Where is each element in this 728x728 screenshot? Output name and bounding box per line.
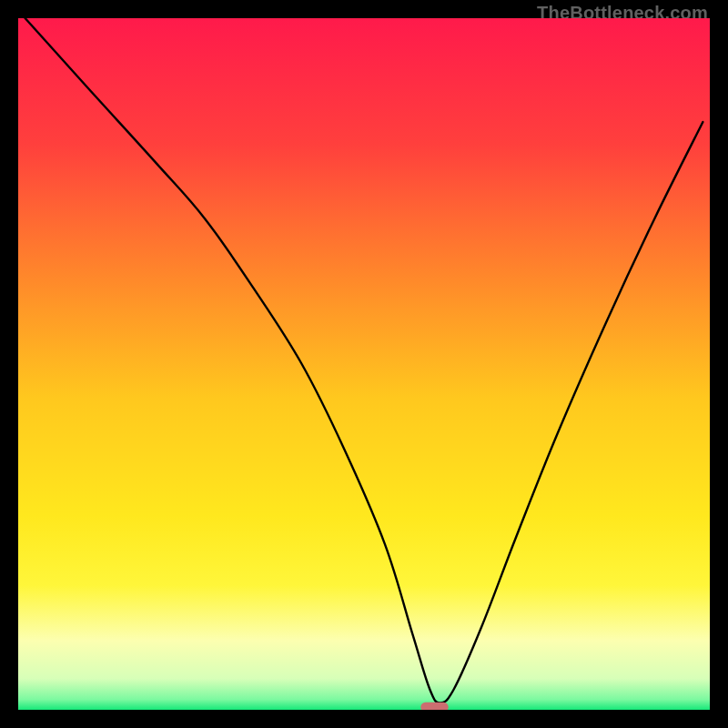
chart-canvas: TheBottleneck.com bbox=[0, 0, 728, 728]
optimal-marker bbox=[420, 703, 448, 710]
gradient-background bbox=[18, 18, 710, 710]
plot-svg bbox=[18, 18, 710, 710]
plot-area bbox=[18, 18, 710, 710]
